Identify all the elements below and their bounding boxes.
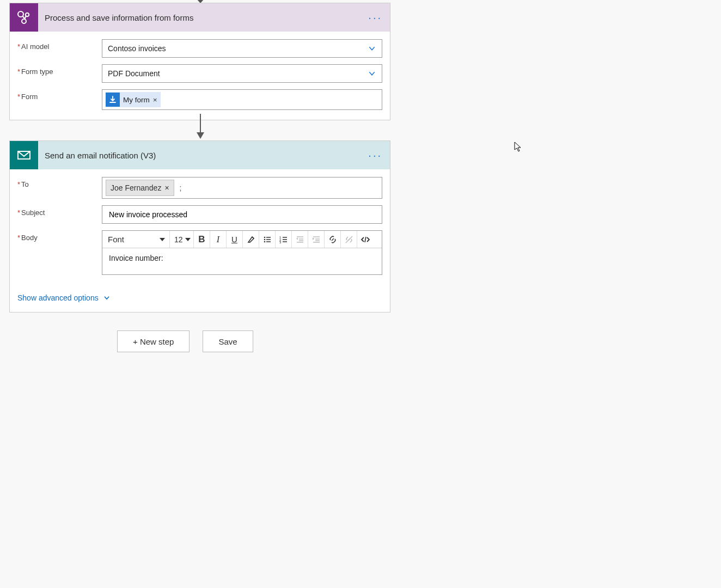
numbered-list-button[interactable]: 123 [276, 231, 292, 248]
font-size-dropdown[interactable]: 12 [170, 231, 194, 248]
flow-connector-arrow [195, 114, 206, 140]
indent-button[interactable] [308, 231, 325, 248]
svg-line-5 [25, 16, 26, 20]
to-input[interactable]: Joe Fernandez × ; [102, 177, 382, 199]
svg-text:3: 3 [279, 241, 282, 244]
body-label: *Body [17, 230, 102, 242]
chevron-down-icon [368, 44, 376, 53]
form-label: *Form [17, 89, 102, 101]
svg-point-3 [22, 19, 26, 23]
new-step-button[interactable]: + New step [117, 330, 190, 352]
form-input[interactable]: My form × [102, 89, 382, 110]
body-editor: Font 12 B I U [102, 230, 382, 275]
ai-model-label: *AI model [17, 39, 102, 51]
caret-down-icon [185, 238, 191, 241]
chevron-down-icon [368, 69, 376, 78]
svg-point-9 [264, 236, 265, 238]
bullet-list-button[interactable] [259, 231, 276, 248]
svg-marker-7 [197, 132, 204, 139]
process-forms-card: Process and save information from forms … [9, 3, 390, 120]
show-advanced-options-link[interactable]: Show advanced options [17, 293, 111, 302]
process-forms-title: Process and save information from forms [45, 13, 368, 22]
ai-builder-icon [10, 3, 38, 32]
ai-model-value: Contoso invoices [108, 44, 166, 53]
send-email-header[interactable]: Send an email notification (V3) ··· [10, 141, 390, 169]
process-forms-header[interactable]: Process and save information from forms … [10, 3, 390, 32]
unlink-button[interactable] [341, 231, 357, 248]
text-color-button[interactable] [243, 231, 259, 248]
italic-button[interactable]: I [210, 231, 227, 248]
svg-point-2 [26, 13, 29, 16]
chevron-down-icon [103, 294, 111, 302]
save-button[interactable]: Save [203, 330, 253, 352]
subject-input[interactable] [102, 205, 382, 224]
send-email-card: Send an email notification (V3) ··· *To … [9, 140, 390, 313]
to-label: *To [17, 177, 102, 188]
code-view-button[interactable] [357, 231, 374, 248]
rich-text-toolbar: Font 12 B I U [102, 231, 382, 248]
svg-point-11 [264, 241, 265, 242]
remove-form-token-icon[interactable]: × [153, 96, 157, 104]
form-type-label: *Form type [17, 64, 102, 76]
process-forms-more-icon[interactable]: ··· [368, 12, 382, 23]
svg-marker-31 [313, 237, 314, 240]
subject-field[interactable] [108, 210, 376, 219]
recipient-separator: ; [180, 183, 182, 192]
send-email-title: Send an email notification (V3) [45, 151, 368, 160]
link-button[interactable] [325, 231, 341, 248]
mouse-cursor-icon [514, 142, 523, 152]
remove-recipient-icon[interactable]: × [164, 183, 169, 192]
form-type-value: PDF Document [108, 69, 160, 78]
form-type-dropdown[interactable]: PDF Document [102, 64, 382, 83]
outdent-button[interactable] [292, 231, 308, 248]
caret-down-icon [160, 238, 165, 241]
svg-line-33 [365, 237, 366, 242]
input-trigger-icon [106, 93, 120, 107]
body-textarea[interactable]: Invoice number: [102, 248, 382, 274]
svg-marker-25 [296, 237, 298, 240]
form-token[interactable]: My form × [106, 92, 161, 107]
mail-icon [10, 141, 38, 169]
underline-button[interactable]: U [227, 231, 243, 248]
send-email-more-icon[interactable]: ··· [368, 150, 382, 161]
subject-label: *Subject [17, 205, 102, 217]
bold-button[interactable]: B [194, 231, 210, 248]
to-recipient-token[interactable]: Joe Fernandez × [106, 180, 174, 196]
font-family-dropdown[interactable]: Font [102, 231, 170, 248]
ai-model-dropdown[interactable]: Contoso invoices [102, 39, 382, 58]
svg-point-10 [264, 238, 265, 240]
